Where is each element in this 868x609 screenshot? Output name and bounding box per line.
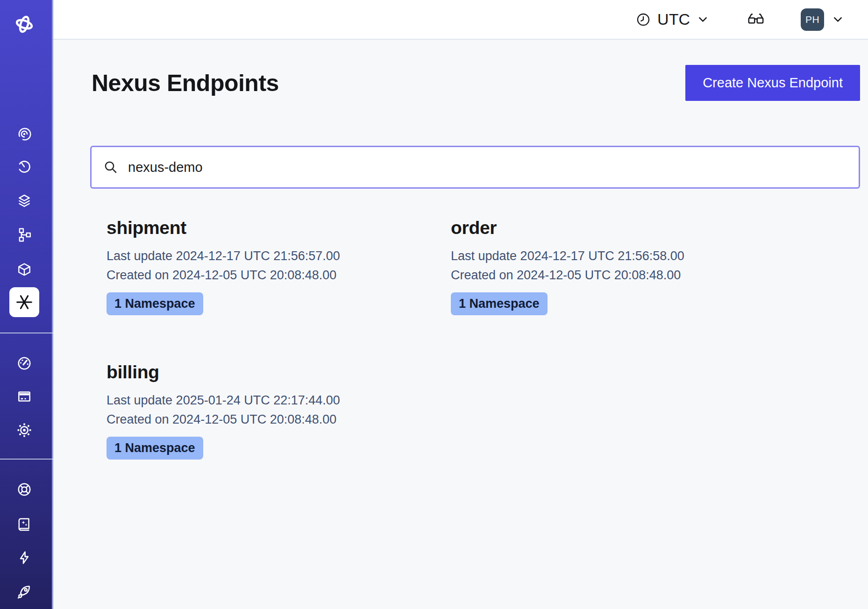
endpoint-created: Created on 2024-12-05 UTC 20:08:48.00 — [107, 266, 434, 285]
sidebar-item-docs[interactable] — [16, 517, 32, 532]
avatar: PH — [801, 8, 824, 31]
endpoint-card[interactable]: order Last update 2024-12-17 UTC 21:56:5… — [434, 218, 779, 315]
sidebar-item-feedback[interactable] — [16, 550, 32, 566]
endpoint-card[interactable]: billing Last update 2025-01-24 UTC 22:17… — [90, 362, 434, 460]
schedules-icon — [16, 159, 32, 175]
support-icon — [16, 482, 32, 497]
sidebar-item-billing[interactable] — [16, 389, 32, 404]
sidebar-item-settings[interactable] — [16, 422, 32, 438]
sidebar-item-nexus[interactable] — [9, 287, 39, 317]
search-box — [90, 146, 860, 189]
temporal-logo-icon — [13, 13, 36, 35]
usage-icon — [16, 355, 32, 371]
billing-icon — [16, 389, 32, 404]
feedback-icon — [16, 550, 32, 566]
namespace-count-badge: 1 Namespace — [107, 437, 203, 460]
page-title: Nexus Endpoints — [92, 70, 279, 97]
sidebar-item-namespaces[interactable] — [16, 126, 32, 142]
app-root: UTC PH — [0, 0, 868, 609]
timezone-label: UTC — [657, 10, 690, 28]
title-row: Nexus Endpoints Create Nexus Endpoint — [90, 65, 860, 101]
batch-operations-icon — [16, 227, 32, 243]
endpoint-name: billing — [107, 362, 434, 382]
packages-icon — [16, 262, 32, 277]
sidebar-item-batch-operations[interactable] — [16, 227, 32, 243]
endpoint-last-update: Last update 2024-12-17 UTC 21:56:57.00 — [107, 247, 434, 266]
glasses-icon — [747, 12, 765, 28]
create-nexus-endpoint-button[interactable]: Create Nexus Endpoint — [685, 65, 860, 101]
nexus-icon — [15, 293, 33, 311]
sidebar-divider — [0, 333, 53, 333]
sidebar-item-deployments[interactable] — [16, 193, 32, 209]
getting-started-icon — [16, 583, 33, 600]
search-icon — [103, 160, 118, 175]
sidebar — [0, 0, 53, 609]
sidebar-divider — [0, 459, 53, 460]
main-area: Nexus Endpoints Create Nexus Endpoint sh… — [53, 40, 868, 609]
endpoint-name: shipment — [107, 218, 434, 238]
chevron-down-icon — [832, 13, 844, 26]
endpoint-last-update: Last update 2024-12-17 UTC 21:56:58.00 — [451, 247, 779, 266]
endpoint-created: Created on 2024-12-05 UTC 20:08:48.00 — [451, 266, 779, 285]
clock-icon — [636, 12, 651, 27]
deployments-icon — [16, 193, 32, 209]
sidebar-item-usage[interactable] — [16, 355, 32, 371]
namespace-count-badge: 1 Namespace — [107, 292, 203, 315]
top-header: UTC PH — [53, 0, 868, 40]
avatar-initials: PH — [805, 14, 819, 25]
sidebar-item-support[interactable] — [16, 482, 32, 497]
labs-toggle[interactable] — [747, 12, 765, 28]
account-menu[interactable]: PH — [801, 8, 844, 31]
endpoint-cards: shipment Last update 2024-12-17 UTC 21:5… — [90, 218, 860, 460]
endpoint-last-update: Last update 2025-01-24 UTC 22:17:44.00 — [107, 391, 434, 410]
timezone-selector[interactable]: UTC — [636, 10, 709, 28]
namespace-count-badge: 1 Namespace — [451, 292, 548, 315]
endpoint-name: order — [451, 218, 779, 238]
settings-icon — [16, 422, 32, 438]
sidebar-item-packages[interactable] — [16, 262, 32, 277]
docs-icon — [16, 517, 32, 532]
temporal-logo[interactable] — [13, 13, 36, 35]
endpoint-created: Created on 2024-12-05 UTC 20:08:48.00 — [107, 410, 434, 429]
content-column: UTC PH — [53, 0, 868, 609]
sidebar-item-getting-started[interactable] — [16, 583, 33, 600]
endpoint-card[interactable]: shipment Last update 2024-12-17 UTC 21:5… — [90, 218, 434, 315]
chevron-down-icon — [697, 13, 709, 26]
sidebar-item-schedules[interactable] — [16, 159, 32, 175]
namespaces-icon — [16, 126, 32, 142]
search-input[interactable] — [127, 159, 847, 176]
